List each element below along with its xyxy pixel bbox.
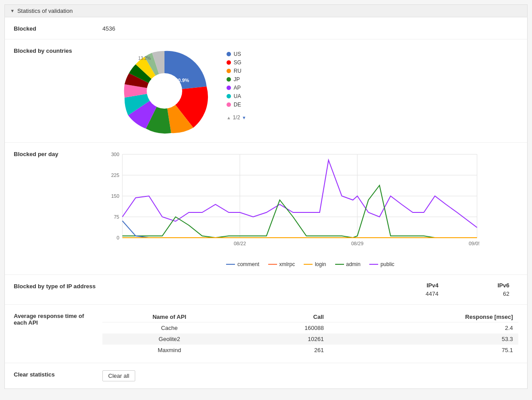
legend-line-public xyxy=(369,264,378,265)
api-response-cell: 75.1 xyxy=(329,345,518,356)
blocked-label: Blocked xyxy=(14,24,102,32)
countries-content: 30.9% 13.2% US SG RU xyxy=(102,47,518,135)
svg-text:09/05: 09/05 xyxy=(469,241,479,246)
ipv6-header: IPv6 xyxy=(447,282,518,289)
api-label-text: Average response time ofeach API xyxy=(14,313,84,326)
svg-text:30.9%: 30.9% xyxy=(175,78,189,83)
countries-label: Blocked by countries xyxy=(14,47,102,54)
clear-section: Clear statistics Clear all xyxy=(5,363,527,388)
countries-section: Blocked by countries xyxy=(5,39,527,143)
pie-chart: 30.9% 13.2% xyxy=(120,47,209,135)
blocked-section: Blocked 4536 xyxy=(5,17,527,39)
pie-section: 30.9% 13.2% US SG RU xyxy=(102,47,518,135)
statistics-panel: ▼ Statistics of validation Blocked 4536 … xyxy=(4,4,528,389)
api-table-row: Cache 160088 2.4 xyxy=(102,322,518,334)
legend-dot-sg xyxy=(227,60,231,65)
ip-val-row: 4474 62 xyxy=(102,290,518,297)
legend-dot-de xyxy=(227,102,231,107)
collapse-icon[interactable]: ▼ xyxy=(10,8,15,13)
blocked-per-day-label: Blocked per day xyxy=(14,150,102,157)
legend-label-us: US xyxy=(234,51,241,57)
legend-line-comment xyxy=(226,264,235,265)
api-table-body: Cache 160088 2.4 Geolite2 10261 53.3 Max… xyxy=(102,322,518,356)
panel-title: Statistics of validation xyxy=(17,8,73,14)
line-chart: .chart-text { font-family: Arial, sans-s… xyxy=(102,150,479,256)
ip-section: Blocked by type of IP address IPv4 IPv6 … xyxy=(5,275,527,305)
api-name-cell: Maxmind xyxy=(102,345,242,356)
svg-text:225: 225 xyxy=(111,173,119,178)
legend-text-public: public xyxy=(380,261,394,267)
pagination-text: 1/2 xyxy=(233,114,240,121)
legend-dot-ru xyxy=(227,69,231,73)
legend-sg: SG xyxy=(227,59,246,66)
api-table: Name of API Call Response [msec] Cache 1… xyxy=(102,312,518,356)
api-label: Average response time ofeach API xyxy=(14,312,102,326)
legend-us: US xyxy=(227,51,246,57)
legend-label-de: DE xyxy=(234,102,241,108)
ipv6-value: 62 xyxy=(447,290,518,297)
legend-xmlrpc: xmlrpc xyxy=(268,261,295,267)
api-table-row: Geolite2 10261 53.3 xyxy=(102,333,518,345)
api-response-cell: 2.4 xyxy=(329,322,518,334)
legend-text-login: login xyxy=(315,261,326,267)
pagination-next-icon[interactable]: ▼ xyxy=(242,115,246,120)
clear-label: Clear statistics xyxy=(14,370,102,378)
api-name-cell: Cache xyxy=(102,322,242,334)
legend-line-xmlrpc xyxy=(268,264,277,265)
api-call-cell: 160088 xyxy=(242,322,329,334)
legend-line-admin xyxy=(335,264,344,265)
legend-dot-ua xyxy=(227,94,231,98)
legend-login: login xyxy=(304,261,326,267)
legend-de: DE xyxy=(227,102,246,108)
panel-header: ▼ Statistics of validation xyxy=(5,5,527,17)
api-table-row: Maxmind 261 75.1 xyxy=(102,345,518,356)
legend-comment: comment xyxy=(226,261,259,267)
chart-legend: comment xmlrpc login admin public xyxy=(102,261,518,267)
legend-label-ua: UA xyxy=(234,93,241,99)
chart-content: .chart-text { font-family: Arial, sans-s… xyxy=(102,150,518,267)
legend-ua: UA xyxy=(227,93,246,99)
ipv4-header: IPv4 xyxy=(376,282,447,289)
svg-text:13.2%: 13.2% xyxy=(138,56,151,61)
svg-text:08/29: 08/29 xyxy=(351,241,364,246)
ip-content: IPv4 IPv6 4474 62 xyxy=(102,282,518,297)
legend-dot-us xyxy=(227,52,231,56)
blocked-content: 4536 xyxy=(102,24,518,32)
api-name-cell: Geolite2 xyxy=(102,333,242,345)
api-call-cell: 10261 xyxy=(242,333,329,345)
legend-text-comment: comment xyxy=(237,261,259,267)
legend-pagination: ▲ 1/2 ▼ xyxy=(227,114,246,121)
legend-ap: AP xyxy=(227,85,246,91)
svg-text:300: 300 xyxy=(111,152,119,157)
legend-jp: JP xyxy=(227,76,246,82)
api-col-response: Response [msec] xyxy=(329,312,518,322)
api-content: Name of API Call Response [msec] Cache 1… xyxy=(102,312,518,356)
legend-dot-jp xyxy=(227,77,231,82)
api-section: Average response time ofeach API Name of… xyxy=(5,305,527,363)
legend-text-admin: admin xyxy=(346,261,361,267)
legend-label-sg: SG xyxy=(234,59,241,66)
ip-label: Blocked by type of IP address xyxy=(14,282,102,290)
api-col-call: Call xyxy=(242,312,329,322)
blocked-per-day-section: Blocked per day .chart-text { font-famil… xyxy=(5,143,527,275)
legend-line-login xyxy=(304,264,313,265)
svg-text:08/22: 08/22 xyxy=(234,241,246,246)
ip-header-row: IPv4 IPv6 xyxy=(102,282,518,289)
svg-text:0: 0 xyxy=(117,235,119,240)
legend-admin: admin xyxy=(335,261,361,267)
api-table-header: Name of API Call Response [msec] xyxy=(102,312,518,322)
api-response-cell: 53.3 xyxy=(329,333,518,345)
legend-dot-ap xyxy=(227,86,231,90)
legend-text-xmlrpc: xmlrpc xyxy=(279,261,295,267)
legend-label-ap: AP xyxy=(234,85,241,91)
api-call-cell: 261 xyxy=(242,345,329,356)
blocked-value: 4536 xyxy=(102,24,518,32)
legend-label-ru: RU xyxy=(234,68,241,74)
api-col-name: Name of API xyxy=(102,312,242,322)
legend-label-jp: JP xyxy=(234,76,240,82)
legend-ru: RU xyxy=(227,68,246,74)
clear-all-button[interactable]: Clear all xyxy=(102,370,135,381)
ipv4-value: 4474 xyxy=(376,290,447,297)
svg-text:150: 150 xyxy=(111,193,119,199)
svg-text:75: 75 xyxy=(114,214,119,220)
